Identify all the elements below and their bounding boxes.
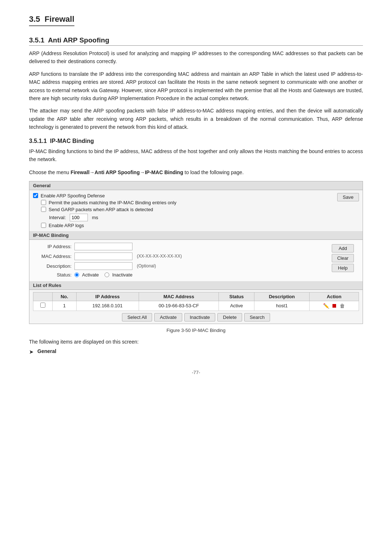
delete-button[interactable]: Delete: [217, 313, 242, 321]
paragraph-1: ARP (Address Resolution Protocol) is use…: [29, 49, 363, 66]
rules-table-wrap: No. IP Address MAC Address Status Descri…: [29, 290, 363, 324]
description-input-wrap: (Optional): [74, 262, 156, 270]
row-status: Active: [219, 301, 254, 311]
inactivate-button[interactable]: Inactivate: [184, 313, 216, 321]
ipmac-intro: IP-MAC Binding functions to bind the IP …: [29, 147, 363, 164]
checkbox-enable-arp[interactable]: [33, 193, 38, 198]
col-description: Description: [254, 292, 309, 301]
clear-button[interactable]: Clear: [332, 254, 354, 262]
checkbox-send-garp-row: Send GARP packets when ARP attack is det…: [33, 207, 359, 212]
description-input[interactable]: [74, 262, 132, 270]
mac-address-label: MAC Address:: [34, 254, 74, 259]
paragraph-3: The attacker may send the ARP spoofing p…: [29, 107, 363, 131]
general-section-body: Enable ARP Spoofing Defense Permit the p…: [29, 190, 363, 231]
subsubsection-title: 3.5.1.1 IP-MAC Binding: [29, 138, 363, 144]
ui-panel: General Enable ARP Spoofing Defense Perm…: [29, 181, 363, 324]
ipmac-section-header: IP-MAC Binding: [29, 231, 363, 240]
interval-input[interactable]: [70, 214, 88, 221]
col-no: No.: [53, 292, 76, 301]
description-hint: (Optional): [137, 263, 156, 268]
section-title: 3.5 Firewall: [29, 15, 74, 26]
interval-unit: ms: [92, 215, 98, 220]
subsection-title: 3.5.1 Anti ARP Spoofing: [29, 36, 363, 46]
row-ip: 192.168.0.101: [76, 301, 139, 311]
general-bullet: ➤ General: [29, 348, 363, 355]
mac-address-input-wrap: (XX-XX-XX-XX-XX-XX): [74, 253, 182, 260]
save-button[interactable]: Save: [337, 193, 359, 201]
interval-label: Interval:: [49, 215, 66, 220]
col-mac: MAC Address: [139, 292, 219, 301]
page-number: -77-: [29, 370, 363, 375]
figure-caption: Figure 3-50 IP-MAC Binding: [29, 328, 363, 333]
col-status: Status: [219, 292, 254, 301]
table-row: 1 192.168.0.101 00-19-66-83-53-CF Active…: [33, 301, 359, 311]
rules-table: No. IP Address MAC Address Status Descri…: [33, 292, 359, 311]
description-label: Description:: [34, 263, 74, 269]
bullet-general-label: General: [37, 348, 56, 354]
select-all-button[interactable]: Select All: [122, 313, 152, 321]
checkbox-permit-label: Permit the packets matching the IP-MAC B…: [49, 200, 176, 205]
checkbox-enable-log-row: Enable ARP logs: [33, 223, 359, 228]
ip-address-input[interactable]: [74, 243, 132, 250]
save-button-wrap: Save: [337, 193, 359, 201]
help-button[interactable]: Help: [332, 264, 354, 272]
table-header-row: No. IP Address MAC Address Status Descri…: [33, 292, 359, 301]
status-inactivate-radio[interactable]: [105, 272, 109, 277]
status-input-wrap: Activate Inactivate: [74, 272, 132, 278]
ipmac-form: IP Address: MAC Address: (XX-XX-XX-XX-XX…: [34, 243, 358, 278]
edit-icon[interactable]: ✏️: [323, 303, 330, 309]
row-checkbox-cell: [33, 301, 53, 311]
status-inactivate-label: Inactivate: [112, 272, 132, 278]
table-action-buttons: Select All Activate Inactivate Delete Se…: [33, 313, 359, 324]
ip-address-row: IP Address:: [34, 243, 328, 250]
status-row: Status: Activate Inactivate: [34, 272, 328, 278]
mac-address-row: MAC Address: (XX-XX-XX-XX-XX-XX): [34, 253, 328, 260]
checkbox-enable-log[interactable]: [41, 223, 46, 228]
checkbox-send-garp-label: Send GARP packets when ARP attack is det…: [49, 207, 153, 212]
checkbox-enable-log-label: Enable ARP logs: [49, 223, 84, 228]
list-of-rules-header: List of Rules: [29, 281, 363, 290]
action-icons: ✏️ ⏹ 🗑: [313, 303, 356, 309]
ipmac-section-body: IP Address: MAC Address: (XX-XX-XX-XX-XX…: [29, 240, 363, 281]
row-select-checkbox[interactable]: [40, 303, 45, 308]
interval-row: Interval: ms: [49, 214, 359, 221]
ip-address-label: IP Address:: [34, 244, 74, 249]
ip-address-input-wrap: [74, 243, 132, 250]
search-button[interactable]: Search: [244, 313, 270, 321]
mac-address-hint: (XX-XX-XX-XX-XX-XX): [137, 254, 182, 259]
status-activate-label: Activate: [82, 272, 99, 278]
description-row: Description: (Optional): [34, 262, 328, 270]
checkbox-permit-row: Permit the packets matching the IP-MAC B…: [33, 200, 359, 205]
checkbox-enable-arp-label: Enable ARP Spoofing Defense: [41, 193, 105, 198]
checkbox-send-garp[interactable]: [41, 207, 46, 212]
mac-address-input[interactable]: [74, 253, 132, 260]
row-mac: 00-19-66-83-53-CF: [139, 301, 219, 311]
col-ip: IP Address: [76, 292, 139, 301]
delete-icon[interactable]: 🗑: [339, 303, 346, 309]
following-items-text: The following items are displayed on thi…: [29, 339, 363, 345]
bullet-arrow-icon: ➤: [29, 349, 34, 355]
ipmac-fields: IP Address: MAC Address: (XX-XX-XX-XX-XX…: [34, 243, 328, 278]
choose-menu-text: Choose the menu Firewall→Anti ARP Spoofi…: [29, 168, 363, 176]
row-action-cell: ✏️ ⏹ 🗑: [310, 301, 359, 311]
ipmac-action-buttons: Add Clear Help: [328, 243, 358, 278]
general-section-header: General: [29, 181, 363, 190]
row-description: host1: [254, 301, 309, 311]
col-checkbox: [33, 292, 53, 301]
add-button[interactable]: Add: [332, 244, 354, 253]
paragraph-2: ARP functions to translate the IP addres…: [29, 70, 363, 103]
activate-button[interactable]: Activate: [154, 313, 182, 321]
row-no: 1: [53, 301, 76, 311]
checkbox-enable-arp-row: Enable ARP Spoofing Defense: [33, 193, 359, 198]
status-activate-radio[interactable]: [74, 272, 79, 277]
stop-icon[interactable]: ⏹: [331, 303, 338, 309]
status-label: Status:: [34, 272, 74, 278]
col-action: Action: [310, 292, 359, 301]
checkbox-permit[interactable]: [41, 200, 46, 205]
